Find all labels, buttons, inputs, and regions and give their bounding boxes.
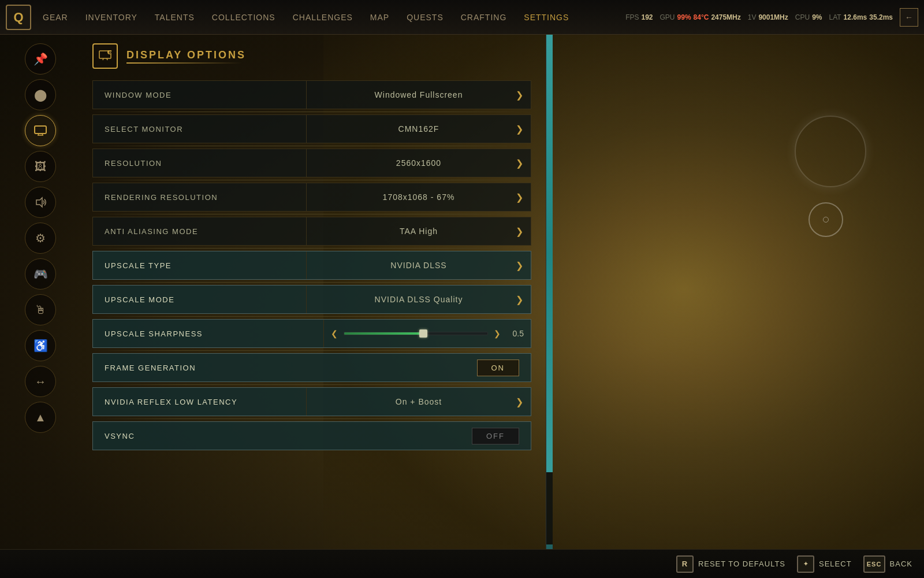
anti-aliasing-value[interactable]: TAA High ❯ (307, 217, 531, 245)
nav-quests[interactable]: QUESTS (407, 13, 444, 22)
slider-track[interactable] (344, 332, 488, 335)
setting-row-upscale-sharpness[interactable]: UPSCALE SHARPNESS ❮ ❯ 0.5 (92, 319, 531, 348)
monitor-value[interactable]: CMN162F ❯ (307, 115, 531, 143)
nav-inventory[interactable]: INVENTORY (85, 13, 137, 22)
nav-crafting[interactable]: CRAFTING (461, 13, 507, 22)
resolution-arrow: ❯ (516, 158, 524, 169)
back-label: BACK (890, 560, 912, 568)
fps-label: FPS (625, 13, 639, 21)
frame-gen-toggle[interactable]: ON (318, 354, 531, 381)
scrollbar[interactable] (546, 35, 553, 549)
sidebar-icon-disc[interactable]: ⬤ (25, 79, 56, 110)
rendering-res-value[interactable]: 1708x1068 - 67% ❯ (307, 183, 531, 211)
svg-line-7 (107, 58, 107, 60)
window-mode-value[interactable]: Windowed Fullscreen ❯ (307, 81, 531, 109)
sidebar-icon-display[interactable] (25, 115, 56, 146)
reset-action[interactable]: R RESET TO DEFAULTS (676, 555, 785, 573)
logo-button[interactable]: Q (6, 5, 31, 30)
setting-row-anti-aliasing[interactable]: ANTI ALIASING MODE TAA High ❯ (92, 217, 531, 246)
exit-button[interactable]: ← (900, 8, 918, 27)
rendering-res-arrow: ❯ (516, 192, 524, 203)
svg-marker-4 (36, 198, 42, 207)
vsync-toggle[interactable]: OFF (318, 422, 531, 450)
sidebar-icon-gamepad[interactable]: 🎮 (25, 258, 56, 290)
upscale-mode-label: UPSCALE MODE (93, 286, 307, 313)
frame-gen-on-button[interactable]: ON (477, 360, 520, 376)
slider-value: 0.5 (506, 329, 524, 338)
page-title: DISPLAY OPTIONS (126, 49, 246, 61)
rendering-res-label: RENDERING RESOLUTION (93, 183, 307, 211)
settings-content: ⚙ DISPLAY OPTIONS WINDOW MODE Windowed F… (81, 35, 543, 549)
fps-value: 192 (641, 13, 653, 21)
gpu-value: 99% (677, 13, 691, 21)
slider-left-arrow[interactable]: ❮ (331, 329, 338, 338)
vram-value: 9001MHz (758, 13, 788, 21)
vsync-label: VSYNC (93, 422, 318, 450)
resolution-value[interactable]: 2560x1600 ❯ (307, 149, 531, 177)
sidebar-icon-audio[interactable] (25, 187, 56, 218)
nav-challenges[interactable]: CHALLENGES (293, 13, 353, 22)
upscale-type-label: UPSCALE TYPE (93, 251, 307, 279)
select-key[interactable]: ✦ (797, 555, 814, 573)
window-mode-arrow: ❯ (516, 90, 524, 101)
slider-thumb[interactable] (419, 329, 427, 338)
bottombar: R RESET TO DEFAULTS ✦ SELECT Esc BACK (0, 549, 924, 578)
setting-row-window-mode[interactable]: WINDOW MODE Windowed Fullscreen ❯ (92, 80, 531, 109)
sidebar-icon-network[interactable]: ↔ (25, 366, 56, 397)
setting-row-upscale-type[interactable]: UPSCALE TYPE NVIDIA DLSS ❯ (92, 251, 531, 280)
scrollbar-thumb[interactable] (546, 35, 553, 472)
upscale-sharpness-label: UPSCALE SHARPNESS (93, 320, 324, 347)
window-mode-label: WINDOW MODE (93, 81, 307, 109)
nvidia-reflex-value[interactable]: On + Boost ❯ (307, 388, 531, 416)
sidebar-icon-gear[interactable]: ⚙ (25, 223, 56, 254)
upscale-mode-value[interactable]: NVIDIA DLSS Quality ❯ (307, 286, 531, 313)
sidebar-icon-mouse[interactable]: 🖱 (25, 294, 56, 325)
setting-row-monitor[interactable]: SELECT MONITOR CMN162F ❯ (92, 114, 531, 143)
setting-row-vsync[interactable]: VSYNC OFF (92, 421, 531, 450)
nav-map[interactable]: MAP (370, 13, 389, 22)
divider (92, 248, 531, 249)
slider-fill (344, 332, 423, 335)
nav-gear[interactable]: GEAR (43, 13, 68, 22)
nav-talents[interactable]: TALENTS (155, 13, 195, 22)
reset-label: RESET TO DEFAULTS (698, 560, 785, 568)
back-action[interactable]: Esc BACK (863, 555, 912, 573)
page-header: ⚙ DISPLAY OPTIONS (92, 43, 531, 69)
gpu-label: GPU (660, 13, 675, 21)
frame-gen-label: FRAME GENERATION (93, 354, 318, 381)
slider-right-arrow[interactable]: ❯ (494, 329, 501, 338)
title-underline (126, 62, 242, 64)
topbar: Q GEAR INVENTORY TALENTS COLLECTIONS CHA… (0, 0, 924, 35)
performance-stats: FPS 192 GPU 99% 84°C 2475MHz 1V 9001MHz … (625, 8, 918, 27)
setting-row-resolution[interactable]: RESOLUTION 2560x1600 ❯ (92, 149, 531, 177)
setting-row-rendering-resolution[interactable]: RENDERING RESOLUTION 1708x1068 - 67% ❯ (92, 183, 531, 212)
upscale-type-value[interactable]: NVIDIA DLSS ❯ (307, 251, 531, 279)
nav-collections[interactable]: COLLECTIONS (212, 13, 275, 22)
select-label: SELECT (819, 560, 852, 568)
nav-settings[interactable]: SETTINGS (524, 13, 569, 22)
sidebar-icon-pin[interactable]: 📌 (25, 43, 56, 75)
monitor-arrow: ❯ (516, 124, 524, 135)
lat-value1: 12.6ms (844, 13, 867, 21)
upscale-sharpness-slider[interactable]: ❮ ❯ 0.5 (324, 320, 531, 347)
settings-list: WINDOW MODE Windowed Fullscreen ❯ SELECT… (92, 80, 531, 450)
anti-aliasing-label: ANTI ALIASING MODE (93, 217, 307, 245)
select-action[interactable]: ✦ SELECT (797, 555, 852, 573)
cpu-label: CPU (795, 13, 810, 21)
setting-row-frame-generation[interactable]: FRAME GENERATION ON (92, 353, 531, 382)
back-key[interactable]: Esc (863, 555, 885, 573)
nvidia-reflex-arrow: ❯ (516, 397, 524, 407)
sidebar-icon-pin2[interactable]: ▲ (25, 402, 56, 433)
top-navigation: GEAR INVENTORY TALENTS COLLECTIONS CHALL… (43, 13, 625, 22)
vsync-off-button[interactable]: OFF (472, 428, 519, 444)
vram-label: 1V (748, 13, 757, 21)
divider (92, 350, 531, 351)
divider (92, 316, 531, 317)
reset-key[interactable]: R (676, 555, 694, 573)
setting-row-nvidia-reflex[interactable]: NVIDIA REFLEX LOW LATENCY On + Boost ❯ (92, 387, 531, 416)
sidebar-icon-accessibility[interactable]: ♿ (25, 330, 56, 361)
sidebar-icon-image[interactable]: 🖼 (25, 151, 56, 182)
setting-row-upscale-mode[interactable]: UPSCALE MODE NVIDIA DLSS Quality ❯ (92, 285, 531, 314)
main-content: 📌 ⬤ 🖼 ⚙ 🎮 🖱 ♿ ↔ ▲ (0, 35, 924, 549)
divider (92, 418, 531, 419)
